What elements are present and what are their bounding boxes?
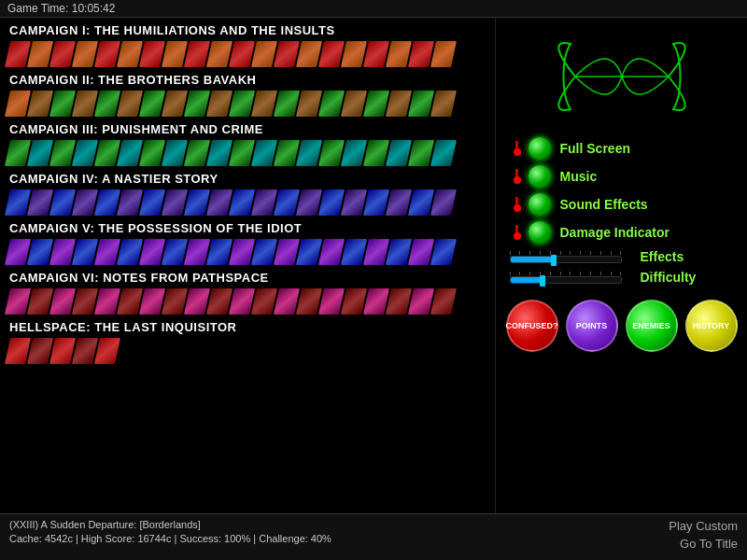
game-time-value: 10:05:42 bbox=[72, 2, 116, 15]
campaign-tile[interactable] bbox=[430, 288, 457, 315]
status-left: (XXIII) A Sudden Departure: [Borderlands… bbox=[0, 514, 495, 560]
tile-row-2 bbox=[0, 89, 495, 119]
campaign-title-5: CAMPAIGN V: THE POSSESSION OF THE IDIOT bbox=[0, 219, 495, 237]
option-label-music: Music bbox=[560, 169, 598, 184]
campaign-section-5[interactable]: CAMPAIGN V: THE POSSESSION OF THE IDIOT bbox=[0, 219, 495, 267]
campaign-tile[interactable] bbox=[430, 140, 457, 166]
status-line2: Cache: 4542c | High Score: 16744c | Succ… bbox=[9, 533, 486, 544]
slider-row-difficulty: Difficulty bbox=[510, 270, 734, 285]
campaign-title-4: CAMPAIGN IV: A NASTIER STORY bbox=[0, 170, 495, 188]
slider-track-difficulty[interactable] bbox=[510, 276, 622, 284]
tile-row-4 bbox=[0, 188, 495, 217]
option-row-damage-indicator: Damage Indicator bbox=[510, 221, 734, 244]
option-knob-full-screen bbox=[510, 141, 525, 156]
campaign-section-1[interactable]: CAMPAIGN I: THE HUMILIATIONS AND THE INS… bbox=[0, 21, 495, 69]
campaigns-panel: CAMPAIGN I: THE HUMILIATIONS AND THE INS… bbox=[0, 18, 495, 550]
btn-enemies[interactable]: ENEMIES bbox=[626, 300, 678, 352]
option-row-sound-effects: Sound Effects bbox=[510, 193, 734, 216]
tile-row-7 bbox=[0, 336, 495, 366]
option-knob-damage-indicator bbox=[510, 225, 525, 240]
options-list: Full ScreenMusicSound EffectsDamage Indi… bbox=[510, 137, 734, 249]
play-custom-link[interactable]: Play Custom bbox=[669, 519, 738, 533]
campaign-title-2: CAMPAIGN II: THE BROTHERS BAVAKH bbox=[0, 71, 495, 89]
campaign-section-3[interactable]: CAMPAIGN III: PUNISHMENT AND CRIME bbox=[0, 120, 495, 168]
slider-thumb-effects[interactable] bbox=[551, 255, 557, 266]
campaign-tile[interactable] bbox=[94, 338, 120, 364]
campaign-section-2[interactable]: CAMPAIGN II: THE BROTHERS BAVAKH bbox=[0, 71, 495, 119]
status-line1: (XXIII) A Sudden Departure: [Borderlands… bbox=[9, 519, 486, 530]
campaign-section-7[interactable]: HELLSPACE: THE LAST INQUISITOR bbox=[0, 318, 495, 366]
campaign-tile[interactable] bbox=[430, 91, 457, 117]
game-time-bar: Game Time: 10:05:42 bbox=[0, 0, 747, 18]
campaign-section-6[interactable]: CAMPAIGN VI: NOTES FROM PATHSPACE bbox=[0, 269, 495, 316]
slider-label-effects: Effects bbox=[641, 249, 684, 264]
option-label-full-screen: Full Screen bbox=[560, 141, 630, 156]
campaign-title-6: CAMPAIGN VI: NOTES FROM PATHSPACE bbox=[0, 269, 495, 287]
sliders-list: EffectsDifficulty bbox=[510, 249, 734, 290]
tile-row-5 bbox=[0, 237, 495, 267]
go-to-title-link[interactable]: Go To Title bbox=[680, 537, 738, 551]
tile-row-1 bbox=[0, 39, 495, 69]
option-label-sound-effects: Sound Effects bbox=[560, 197, 648, 212]
option-knob-sound-effects bbox=[510, 197, 525, 212]
toggle-sound-effects[interactable] bbox=[529, 193, 551, 216]
campaign-title-7: HELLSPACE: THE LAST INQUISITOR bbox=[0, 318, 495, 336]
status-right: Play Custom Go To Title bbox=[495, 514, 747, 560]
toggle-damage-indicator[interactable] bbox=[529, 221, 551, 244]
slider-thumb-difficulty[interactable] bbox=[540, 275, 545, 287]
btn-history[interactable]: HISTORY bbox=[685, 300, 738, 352]
campaign-tile[interactable] bbox=[430, 189, 457, 216]
slider-row-effects: Effects bbox=[510, 249, 734, 264]
slider-ticks-difficulty bbox=[510, 272, 622, 275]
option-row-full-screen: Full Screen bbox=[510, 137, 734, 160]
status-bar: (XXIII) A Sudden Departure: [Borderlands… bbox=[0, 513, 747, 560]
bottom-buttons: CONFUSED?POINTSENEMIESHISTORY bbox=[506, 300, 738, 352]
tile-row-6 bbox=[0, 287, 495, 316]
btn-confused[interactable]: CONFUSED? bbox=[506, 300, 558, 352]
option-knob-music bbox=[510, 169, 525, 184]
slider-track-effects[interactable] bbox=[510, 256, 622, 263]
campaign-title-3: CAMPAIGN III: PUNISHMENT AND CRIME bbox=[0, 120, 495, 138]
campaign-section-4[interactable]: CAMPAIGN IV: A NASTIER STORY bbox=[0, 170, 495, 217]
slider-label-difficulty: Difficulty bbox=[641, 270, 697, 285]
option-label-damage-indicator: Damage Indicator bbox=[560, 225, 669, 240]
campaign-tile[interactable] bbox=[430, 41, 457, 67]
options-panel: Full ScreenMusicSound EffectsDamage Indi… bbox=[495, 18, 747, 550]
btn-points[interactable]: POINTS bbox=[566, 300, 618, 352]
campaign-title-1: CAMPAIGN I: THE HUMILIATIONS AND THE INS… bbox=[0, 21, 495, 39]
toggle-music[interactable] bbox=[529, 165, 551, 188]
symbol-area bbox=[538, 25, 706, 128]
toggle-full-screen[interactable] bbox=[529, 137, 551, 160]
tile-row-3 bbox=[0, 138, 495, 168]
option-row-music: Music bbox=[510, 165, 734, 188]
slider-ticks-effects bbox=[510, 251, 622, 255]
campaign-tile[interactable] bbox=[430, 239, 457, 265]
game-time-label: Game Time: bbox=[7, 2, 68, 15]
